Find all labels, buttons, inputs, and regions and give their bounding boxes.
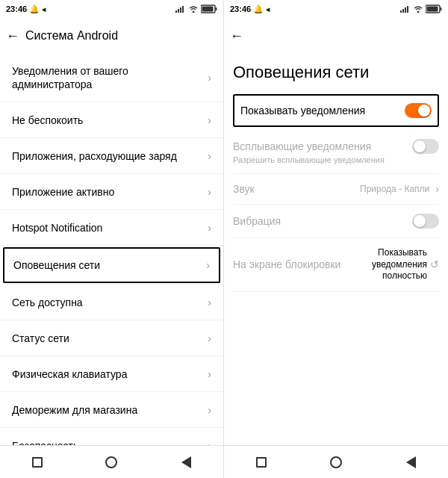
menu-item-battery-apps-chevron: › [208, 150, 211, 162]
left-panel: 23:46 🔔 ◂ ← С [0, 0, 224, 478]
setting-show-notifications-label: Показывать уведомления [240, 105, 405, 117]
right-status-right [400, 4, 442, 13]
left-nav-home-icon [105, 456, 117, 468]
setting-lock-screen[interactable]: На экране блокировки Показывать уведомле… [233, 238, 439, 292]
menu-item-security-chevron: › [208, 440, 211, 445]
right-nav-back-button[interactable] [396, 447, 426, 477]
right-content: Оповещения сети Показывать уведомления В… [224, 54, 448, 445]
right-nav-home-button[interactable] [321, 447, 351, 477]
setting-lock-screen-right: Показывать уведомления полностью ↺ [360, 247, 439, 282]
setting-vibration-label: Вибрация [233, 215, 412, 227]
svg-rect-0 [175, 10, 177, 13]
setting-vibration[interactable]: Вибрация [233, 205, 439, 238]
svg-point-4 [193, 11, 195, 13]
svg-rect-6 [216, 7, 217, 10]
right-status-left: 23:46 🔔 ◂ [230, 4, 270, 14]
svg-rect-3 [182, 6, 184, 13]
menu-item-security[interactable]: Безопасность › [0, 428, 223, 445]
menu-item-app-active-label: Приложение активно [12, 185, 114, 199]
setting-sound-chevron: › [435, 183, 439, 195]
menu-item-network-available-chevron: › [208, 297, 211, 308]
setting-show-notifications[interactable]: Показывать уведомления [233, 94, 439, 127]
svg-rect-8 [400, 10, 402, 13]
menu-item-physical-keyboard-chevron: › [208, 368, 211, 380]
menu-item-admin-notifications[interactable]: Уведомления от вашего администратора › [0, 54, 223, 102]
setting-sound-value: Природа - Капли [360, 184, 429, 194]
left-nav-recents-button[interactable] [22, 447, 52, 477]
menu-item-admin-notifications-label: Уведомления от вашего администратора [12, 64, 208, 91]
right-nav-recents-icon [256, 457, 267, 468]
menu-item-hotspot-notification-chevron: › [208, 222, 211, 234]
menu-item-network-alerts-chevron: › [206, 259, 210, 271]
right-alarm-icon: 🔔 [253, 4, 264, 14]
left-menu-list: Уведомления от вашего администратора › Н… [0, 54, 223, 445]
left-status-right [175, 4, 217, 13]
svg-rect-14 [441, 7, 442, 10]
setting-vibration-toggle[interactable] [412, 214, 439, 229]
right-nav-recents-button[interactable] [246, 447, 276, 477]
left-nav-bar [0, 445, 223, 478]
menu-item-do-not-disturb-label: Не беспокоить [12, 114, 83, 127]
right-nav-back-icon [406, 456, 416, 468]
menu-item-app-active-chevron: › [208, 186, 211, 198]
setting-sound-label: Звук [233, 183, 360, 195]
right-header: ← [224, 18, 448, 54]
menu-item-physical-keyboard[interactable]: Физическая клавиатура › [0, 356, 223, 392]
menu-item-network-status-label: Статус сети [12, 332, 69, 345]
setting-show-notifications-toggle[interactable] [405, 103, 432, 118]
setting-popup-notifications[interactable]: Всплывающие уведомления Разрешить всплыв… [233, 130, 439, 174]
left-header: ← Система Android [0, 18, 223, 54]
setting-lock-screen-value: Показывать уведомления полностью [360, 247, 427, 282]
left-status-bar: 23:46 🔔 ◂ [0, 0, 223, 18]
left-back-button[interactable]: ← [6, 28, 19, 44]
left-status-left: 23:46 🔔 ◂ [6, 4, 46, 14]
right-back-button[interactable]: ← [230, 28, 243, 44]
popup-toggle-knob [414, 140, 426, 152]
left-wifi-icon [188, 5, 199, 13]
right-signal-icon [400, 5, 411, 13]
setting-sound[interactable]: Звук Природа - Капли › [233, 174, 439, 205]
menu-item-demo-mode-label: Деморежим для магазина [12, 403, 137, 417]
left-nav-recents-icon [32, 457, 43, 468]
menu-item-physical-keyboard-label: Физическая клавиатура [12, 367, 127, 381]
left-time: 23:46 [6, 4, 27, 13]
right-nav-home-icon [330, 456, 342, 468]
menu-item-network-alerts[interactable]: Оповещения сети › [3, 247, 220, 283]
svg-rect-11 [407, 6, 408, 13]
menu-item-network-available[interactable]: Сеть доступна › [0, 285, 223, 320]
setting-popup-notifications-toggle[interactable] [412, 139, 439, 154]
menu-item-demo-mode-chevron: › [208, 404, 211, 416]
left-alarm-icon: 🔔 [29, 4, 40, 14]
menu-item-battery-apps[interactable]: Приложения, расходующие заряд › [0, 138, 223, 174]
setting-lock-screen-label: На экране блокировки [233, 258, 360, 270]
left-signal-icon [175, 5, 186, 13]
menu-item-app-active[interactable]: Приложение активно › [0, 174, 223, 210]
svg-rect-7 [202, 7, 214, 12]
setting-lock-screen-chevron: ↺ [430, 258, 439, 270]
menu-item-admin-notifications-chevron: › [208, 72, 211, 84]
setting-popup-notifications-sublabel: Разрешить всплывающие уведомления [233, 155, 385, 164]
left-nav-back-button[interactable] [171, 447, 201, 477]
left-battery-icon [201, 4, 217, 13]
left-nav-home-button[interactable] [96, 447, 126, 477]
right-nav-bar [224, 445, 448, 478]
right-status-bar: 23:46 🔔 ◂ [224, 0, 448, 18]
svg-rect-1 [178, 9, 179, 13]
left-nav-back-icon [181, 456, 191, 468]
menu-item-network-status[interactable]: Статус сети › [0, 320, 223, 356]
vibration-toggle-knob [414, 215, 426, 227]
right-page-title: Оповещения сети [233, 54, 439, 94]
menu-item-battery-apps-label: Приложения, расходующие заряд [12, 149, 177, 163]
svg-point-12 [417, 11, 420, 13]
right-wifi-icon [413, 5, 423, 13]
svg-rect-10 [405, 7, 406, 13]
menu-item-demo-mode[interactable]: Деморежим для магазина › [0, 392, 223, 428]
menu-item-do-not-disturb[interactable]: Не беспокоить › [0, 102, 223, 138]
setting-sound-right: Природа - Капли › [360, 183, 439, 195]
menu-item-security-label: Безопасность [12, 439, 78, 445]
svg-rect-15 [427, 7, 438, 12]
menu-item-network-status-chevron: › [208, 332, 211, 344]
menu-item-hotspot-notification[interactable]: Hotspot Notification › [0, 210, 223, 246]
svg-rect-9 [402, 9, 404, 13]
right-direction-icon: ◂ [266, 5, 270, 13]
